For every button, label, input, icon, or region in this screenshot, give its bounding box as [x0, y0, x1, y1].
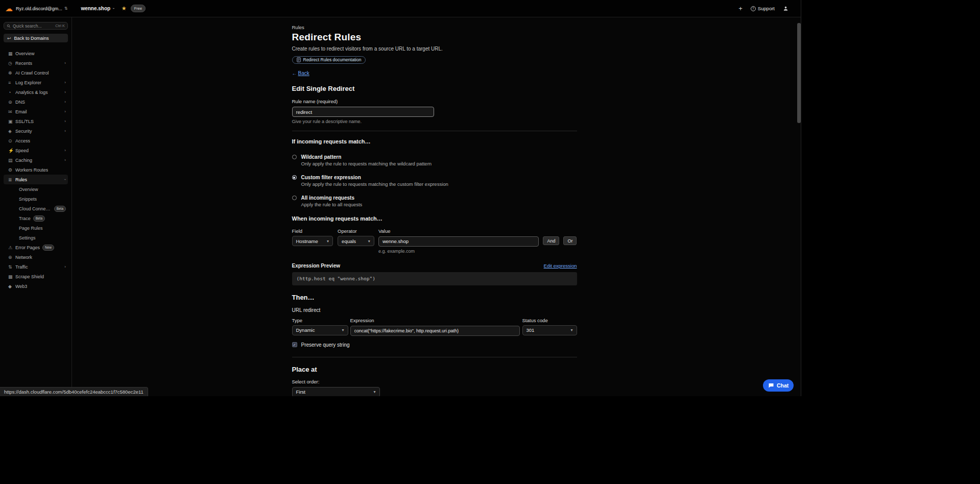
redirect-type-select[interactable]: Dynamic ▾	[292, 325, 348, 335]
sidebar-item-snippets[interactable]: Snippets	[4, 194, 68, 204]
rule-name-input[interactable]	[292, 107, 434, 117]
preserve-query-row: ✓ Preserve query string	[292, 342, 577, 348]
email-icon: ✉	[8, 109, 15, 114]
sidebar-item-traffic[interactable]: ⇅Traffic›	[4, 262, 68, 272]
back-to-domains-button[interactable]: ↩ Back to Domains	[4, 34, 68, 42]
sidebar-item-speed[interactable]: ⚡Speed›	[4, 146, 68, 155]
match-options: Wildcard patternOnly apply the rule to r…	[292, 154, 577, 207]
sidebar-item-security[interactable]: ◈Security›	[4, 126, 68, 136]
status-code-select[interactable]: 301 ▾	[522, 325, 577, 335]
page-subtitle: Create rules to redirect visitors from a…	[292, 46, 577, 52]
or-button[interactable]: Or	[563, 236, 577, 245]
sidebar-item-network[interactable]: ⊛Network	[4, 252, 68, 262]
badge-beta: Beta	[54, 206, 66, 212]
sidebar-item-trace[interactable]: TraceBeta	[4, 213, 68, 223]
sidebar-item-label: Speed	[15, 148, 29, 153]
scrollbar-thumb[interactable]	[797, 23, 801, 123]
documentation-button[interactable]: Redirect Rules documentation	[292, 56, 366, 64]
sidebar-item-error-pages[interactable]: ⚠Error PagesNew	[4, 243, 68, 252]
sidebar-item-label: AI Crawl Control	[15, 70, 49, 76]
cloudflare-dashboard-window: ☁ Ryz.old.discord@gm... ⇅ wenne.shop › ★…	[0, 0, 801, 396]
status-code-label: Status code	[522, 318, 577, 323]
operator-label: Operator	[338, 228, 374, 234]
edit-expression-link[interactable]: Edit expression	[544, 263, 577, 269]
sidebar-item-overview[interactable]: Overview	[4, 184, 68, 194]
order-select[interactable]: First ▾	[292, 387, 380, 397]
sidebar-item-rules[interactable]: ≣Rules›	[4, 175, 68, 184]
checkbox-checked-icon[interactable]: ✓	[292, 342, 297, 347]
chevron-right-icon: ›	[64, 100, 66, 104]
user-profile-icon[interactable]	[783, 6, 788, 11]
site-menu[interactable]: wenne.shop ›	[81, 6, 114, 11]
sidebar-item-label: Settings	[19, 235, 36, 240]
scrape-icon: ▩	[8, 274, 15, 279]
grid-icon: ▦	[8, 51, 15, 56]
sidebar-item-cloud-connector[interactable]: Cloud ConnectorBeta	[4, 204, 68, 213]
radio-unchecked-icon[interactable]	[292, 196, 297, 200]
radio-checked-icon[interactable]	[292, 175, 297, 180]
add-site-button[interactable]: +	[738, 5, 743, 12]
chevron-right-icon: ›	[64, 61, 66, 65]
account-label: Ryz.old.discord@gm...	[16, 6, 62, 11]
page-title: Redirect Rules	[292, 32, 577, 43]
favorite-star-icon[interactable]: ★	[122, 5, 127, 12]
sidebar-item-caching[interactable]: ▤Caching›	[4, 155, 68, 165]
main-content: Rules Redirect Rules Create rules to red…	[72, 17, 797, 396]
account-switcher-icon: ⇅	[64, 6, 68, 11]
sidebar-item-settings[interactable]: Settings	[4, 233, 68, 243]
clock-icon: ◷	[8, 61, 15, 66]
sidebar-item-recents[interactable]: ◷Recents›	[4, 58, 68, 68]
chevron-down-icon: ▾	[373, 390, 375, 394]
badge-new: New	[42, 245, 54, 251]
match-option-label: Wildcard pattern	[301, 154, 432, 160]
sidebar-item-page-rules[interactable]: Page Rules	[4, 223, 68, 233]
sidebar-nav: ▦Overview◷Recents›✻AI Crawl Control≡Log …	[4, 49, 68, 291]
order-select-value: First	[296, 389, 305, 395]
sidebar-item-dns[interactable]: ⊚DNS›	[4, 97, 68, 107]
expression-preview-code: (http.host eq "wenne.shop")	[292, 272, 577, 285]
sidebar-item-analytics-logs[interactable]: ◔Analytics & logs›	[4, 87, 68, 97]
sidebar-item-email[interactable]: ✉Email›	[4, 107, 68, 116]
match-option-1[interactable]: Custom filter expressionOnly apply the r…	[292, 175, 577, 187]
sidebar-item-label: Recents	[15, 61, 32, 66]
back-arrow-icon: ↩	[7, 36, 11, 41]
chevron-right-icon: ›	[64, 158, 66, 162]
rules-icon: ≣	[8, 177, 15, 182]
value-label: Value	[378, 228, 539, 234]
support-menu[interactable]: ? Support	[751, 6, 775, 11]
back-link[interactable]: ← Back	[292, 70, 309, 76]
chat-button-label: Chat	[777, 382, 788, 389]
chat-button[interactable]: Chat	[763, 379, 794, 392]
sidebar-item-label: SSL/TLS	[15, 119, 34, 124]
radio-unchecked-icon[interactable]	[292, 155, 297, 159]
rule-name-label: Rule name (required)	[292, 99, 577, 104]
sidebar-item-log-explorer[interactable]: ≡Log Explorer›	[4, 78, 68, 87]
when-incoming-heading: When incoming requests match…	[292, 215, 577, 222]
sidebar-item-label: Traffic	[15, 264, 28, 270]
web3-icon: ◆	[8, 284, 15, 289]
chevron-down-icon: ▾	[342, 328, 344, 332]
expression-label: Expression	[350, 318, 520, 323]
operator-select[interactable]: equals ▾	[338, 236, 374, 246]
match-option-2[interactable]: All incoming requestsApply the rule to a…	[292, 195, 577, 207]
match-option-0[interactable]: Wildcard patternOnly apply the rule to r…	[292, 154, 577, 166]
document-icon	[297, 57, 301, 62]
divider	[292, 357, 577, 357]
sidebar-item-access[interactable]: ⊙Access	[4, 136, 68, 146]
and-button[interactable]: And	[543, 236, 559, 245]
sidebar-item-workers-routes[interactable]: ⚙Workers Routes	[4, 165, 68, 175]
quick-search-input[interactable]: Quick search... Ctrl K	[4, 22, 68, 30]
sidebar-item-overview[interactable]: ▦Overview	[4, 49, 68, 58]
place-at-heading: Place at	[292, 366, 577, 373]
chevron-right-icon: ›	[64, 148, 66, 153]
sidebar-item-ai-crawl-control[interactable]: ✻AI Crawl Control	[4, 68, 68, 78]
account-menu[interactable]: Ryz.old.discord@gm... ⇅	[16, 6, 67, 11]
field-select[interactable]: Hostname ▾	[292, 236, 333, 246]
sidebar-item-web3[interactable]: ◆Web3	[4, 281, 68, 291]
redirect-expression-input[interactable]	[350, 326, 520, 336]
chevron-right-icon: ›	[64, 109, 66, 114]
value-input[interactable]	[378, 236, 539, 247]
sidebar-item-scrape-shield[interactable]: ▩Scrape Shield	[4, 272, 68, 281]
sidebar-item-ssl-tls[interactable]: ▣SSL/TLS›	[4, 116, 68, 126]
caching-icon: ▤	[8, 158, 15, 163]
